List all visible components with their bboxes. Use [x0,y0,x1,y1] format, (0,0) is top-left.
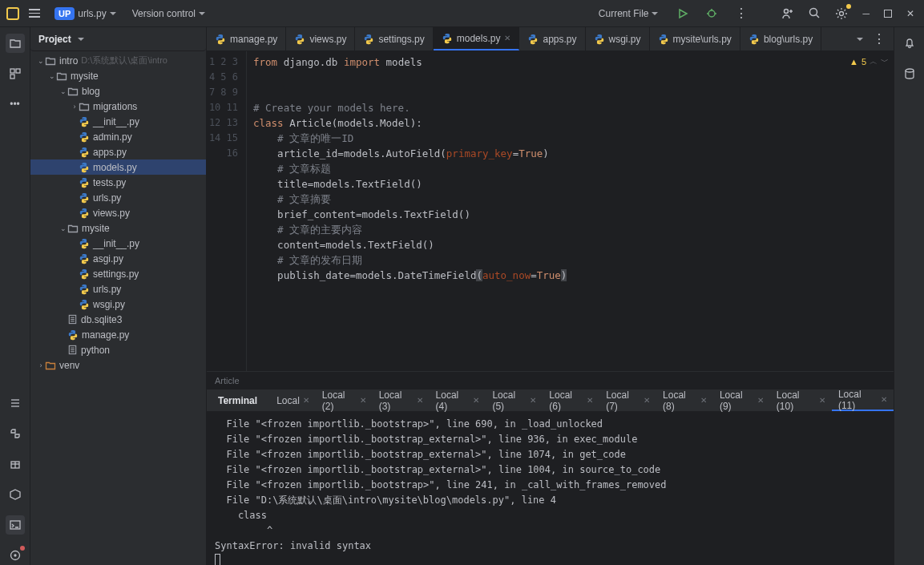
tree-node[interactable]: db.sqlite3 [30,312,206,327]
terminal-tab-main[interactable]: Terminal [212,389,270,411]
terminal-session-tab[interactable]: Local (11)✕ [832,389,894,411]
terminal-output[interactable]: File "<frozen importlib._bootstrap>", li… [207,412,894,565]
editor-tab[interactable]: wsgi.py [586,27,650,50]
chevron-down-icon [78,38,84,41]
tree-node-label: manage.py [82,329,129,341]
terminal-session-tab[interactable]: Local (8)✕ [656,389,713,411]
editor-gutter[interactable]: 1 2 3 4 5 6 7 8 9 10 11 12 13 14 15 16 [207,51,247,371]
main-menu-button[interactable] [26,6,43,21]
search-button[interactable] [805,4,824,22]
close-icon[interactable]: ✕ [881,395,887,404]
notifications-button[interactable] [900,34,919,53]
tree-chevron-icon: › [37,361,45,369]
window-maximize-button[interactable] [881,6,895,21]
tree-node[interactable]: ⌄mysite [30,220,206,236]
tree-node[interactable]: apps.py [30,144,206,159]
structure-tool-button[interactable] [6,64,25,83]
tree-node-icon [79,101,90,112]
todo-tool-button[interactable] [6,393,25,413]
tree-node[interactable]: admin.py [30,129,206,144]
python-file-icon [748,34,760,45]
tree-node[interactable]: python [30,342,206,357]
run-button[interactable] [674,5,692,22]
tab-more-button[interactable] [870,28,889,50]
services-tool-button[interactable] [6,485,25,504]
tree-node-label: views.py [93,208,130,219]
tree-node[interactable]: ›migrations [30,99,206,114]
project-panel-header[interactable]: Project [30,27,206,51]
terminal-session-tab[interactable]: Local (10)✕ [770,389,832,411]
tab-label: blog\urls.py [764,34,813,45]
database-tool-button[interactable] [900,64,919,83]
close-icon[interactable]: ✕ [504,34,510,42]
project-tool-button[interactable] [6,34,25,53]
window-close-button[interactable] [903,5,918,22]
chevron-down-icon[interactable] [857,38,863,41]
project-tree[interactable]: ⌄introD:\系统默认\桌面\intro⌄mysite⌄blog›migra… [30,51,206,565]
terminal-session-tab[interactable]: Local (6)✕ [543,389,599,411]
terminal-session-tab[interactable]: Local (7)✕ [599,389,656,411]
editor-tab[interactable]: apps.py [519,27,585,50]
tree-node[interactable]: models.py [30,159,206,175]
tree-node[interactable]: ›venv [30,357,206,373]
close-icon[interactable]: ✕ [757,396,764,405]
tree-node[interactable]: views.py [30,205,206,220]
editor-tab[interactable]: mysite\urls.py [650,27,740,50]
close-icon[interactable]: ✕ [819,396,825,405]
code-with-me-button[interactable] [778,4,797,23]
terminal-session-tab[interactable]: Local (3)✕ [373,389,430,411]
tree-node-icon [79,268,90,280]
settings-button[interactable] [832,4,851,23]
tree-node[interactable]: ⌄introD:\系统默认\桌面\intro [30,53,206,68]
run-config-dropdown[interactable]: Current File [594,5,664,22]
tree-node[interactable]: __init__.py [30,236,206,251]
tree-node[interactable]: urls.py [30,281,206,297]
tree-node[interactable]: manage.py [30,327,206,342]
python-console-tool-button[interactable] [6,424,25,443]
close-icon[interactable]: ✕ [417,396,423,405]
tree-node[interactable]: asgi.py [30,251,206,266]
editor-tab[interactable]: settings.py [355,27,433,50]
tree-node[interactable]: __init__.py [30,114,206,129]
terminal-session-tab[interactable]: Local✕ [270,389,316,411]
close-icon[interactable]: ✕ [700,396,707,405]
terminal-session-tab[interactable]: Local (9)✕ [713,389,770,411]
tree-node[interactable]: ⌄mysite [30,68,206,83]
tree-node-icon [79,208,90,219]
terminal-session-tab[interactable]: Local (4)✕ [430,389,486,411]
problems-indicator[interactable]: ▲ 5 ︿ ﹀ [849,56,889,67]
packages-tool-button[interactable] [6,454,25,474]
close-icon[interactable]: ✕ [360,396,366,405]
tree-node[interactable]: tests.py [30,175,206,190]
more-actions-button[interactable] [732,2,751,24]
close-icon[interactable]: ✕ [530,396,536,405]
problems-tool-button[interactable] [6,546,25,565]
close-icon[interactable]: ✕ [587,396,593,405]
project-file-dropdown[interactable]: UP urls.py [50,4,121,23]
tree-chevron-icon: › [71,103,79,111]
window-minimize-button[interactable] [859,5,873,22]
tree-node[interactable]: settings.py [30,266,206,281]
close-icon[interactable]: ✕ [303,396,309,405]
tree-node[interactable]: ⌄blog [30,83,206,99]
close-icon[interactable]: ✕ [644,396,650,405]
tree-node-icon [67,314,78,325]
terminal-session-tab[interactable]: Local (2)✕ [316,389,373,411]
editor-tab[interactable]: views.py [286,27,355,50]
debug-button[interactable] [703,5,720,22]
warning-icon: ▲ [849,57,858,67]
python-file-icon [363,34,374,45]
close-icon[interactable]: ✕ [473,396,479,405]
tree-node[interactable]: urls.py [30,190,206,205]
editor-tab[interactable]: models.py✕ [434,27,520,50]
editor-code[interactable]: from django.db import models # Create yo… [247,51,894,371]
terminal-session-tab[interactable]: Local (5)✕ [486,389,543,411]
more-tool-button[interactable]: ••• [6,95,25,114]
editor-tab[interactable]: blog\urls.py [740,27,821,50]
version-control-dropdown[interactable]: Version control [127,5,210,22]
terminal-tool-button[interactable] [6,515,25,535]
breadcrumb[interactable]: Article [207,371,894,389]
tree-node[interactable]: wsgi.py [30,297,206,312]
editor-tab[interactable]: manage.py [207,27,286,50]
svg-point-4 [785,9,789,13]
